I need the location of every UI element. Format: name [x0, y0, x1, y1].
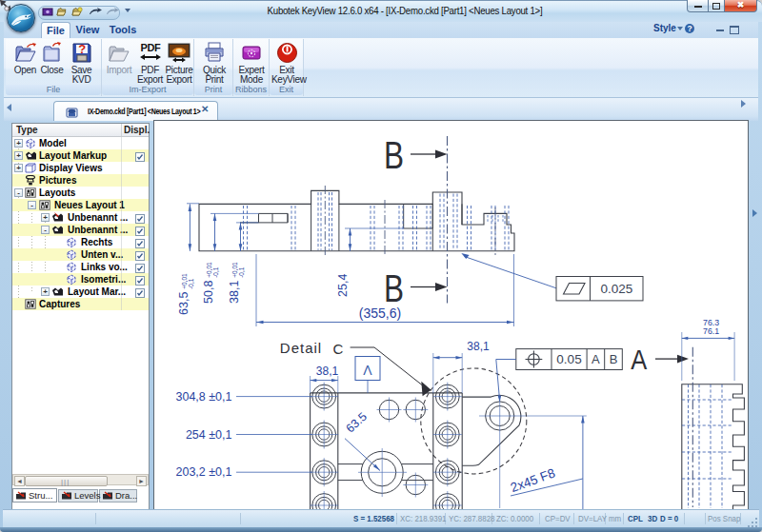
- svg-text:63,5: 63,5: [177, 292, 190, 315]
- svg-text:304,8 ±0,1: 304,8 ±0,1: [176, 390, 232, 404]
- svg-text:B: B: [384, 267, 404, 309]
- svg-text:Detail: Detail: [280, 340, 322, 356]
- svg-text:38,1: 38,1: [228, 281, 241, 304]
- svg-text:-0,1: -0,1: [188, 278, 194, 289]
- svg-text:B: B: [610, 352, 618, 366]
- svg-text:25,4: 25,4: [336, 274, 350, 297]
- svg-text:C: C: [333, 341, 344, 357]
- svg-text:0.025: 0.025: [601, 282, 633, 296]
- svg-text:?: ?: [78, 42, 86, 56]
- svg-text:A: A: [592, 352, 600, 366]
- svg-text:Λ: Λ: [363, 363, 372, 378]
- svg-text:63.5: 63.5: [344, 410, 370, 436]
- svg-text:38,1: 38,1: [467, 340, 490, 353]
- svg-text:A: A: [631, 344, 647, 375]
- svg-text:0.05: 0.05: [556, 352, 581, 366]
- svg-text:76.1: 76.1: [703, 326, 719, 336]
- svg-text:38,1: 38,1: [316, 365, 339, 378]
- svg-text:-0,1: -0,1: [238, 266, 245, 278]
- svg-text:203,2 ±0,1: 203,2 ±0,1: [176, 465, 232, 479]
- svg-text:PDF: PDF: [140, 42, 161, 53]
- svg-text:B: B: [384, 134, 404, 176]
- svg-text:50,8: 50,8: [202, 281, 215, 304]
- svg-text:-0,1: -0,1: [212, 266, 219, 278]
- svg-text:254 ±0,1: 254 ±0,1: [186, 428, 232, 442]
